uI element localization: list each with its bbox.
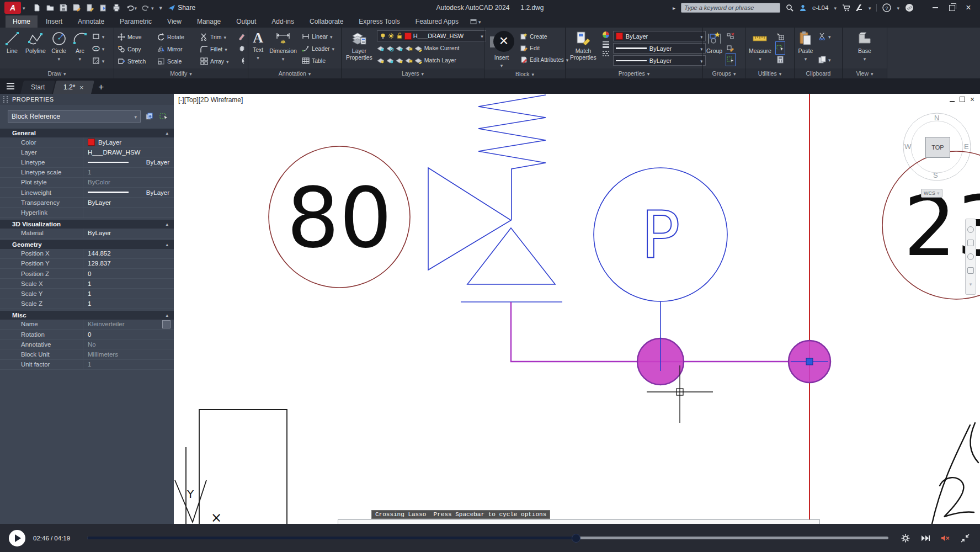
scale-button[interactable]: Scale xyxy=(157,56,200,67)
block-name-picker-icon[interactable] xyxy=(162,320,171,328)
prop-row-position-x[interactable]: Position X 144.852 xyxy=(0,249,174,259)
section-general[interactable]: General xyxy=(0,129,174,137)
mute-icon[interactable] xyxy=(939,532,951,544)
prop-row-rotation[interactable]: Rotation 0 xyxy=(0,330,174,339)
play-button[interactable] xyxy=(9,530,25,546)
viewcube-east[interactable]: E xyxy=(964,142,969,151)
plot-button[interactable] xyxy=(86,4,94,12)
match-layer-button[interactable]: Match Layer xyxy=(414,55,456,66)
prop-row-material[interactable]: Material ByLayer xyxy=(0,229,174,238)
close-tab-icon[interactable] xyxy=(80,83,84,92)
progress-handle[interactable] xyxy=(572,534,580,543)
file-tabs-menu-icon[interactable] xyxy=(3,79,21,93)
tab-collaborate[interactable]: Collaborate xyxy=(302,15,350,28)
help-icon[interactable] xyxy=(882,3,891,12)
rotate-button[interactable]: Rotate xyxy=(157,31,200,43)
panel-label-annotation[interactable]: Annotation xyxy=(248,68,341,78)
tab-express-tools[interactable]: Express Tools xyxy=(351,15,407,28)
hatch-button[interactable] xyxy=(92,55,105,66)
new-drawing-tab-button[interactable] xyxy=(94,81,108,94)
palette-grip-icon[interactable] xyxy=(3,96,8,103)
mirror-button[interactable]: Mirror xyxy=(157,44,200,55)
section-misc[interactable]: Misc xyxy=(0,311,174,320)
prop-row-scale-x[interactable]: Scale X 1 xyxy=(0,279,174,289)
save-as-button[interactable] xyxy=(73,4,81,12)
section-3d-visualization[interactable]: 3D Visualization xyxy=(0,220,174,229)
offset-button[interactable] xyxy=(238,55,246,66)
resize-player-icon[interactable] xyxy=(959,532,971,544)
id-point-button[interactable] xyxy=(776,43,784,54)
tab-output[interactable]: Output xyxy=(229,15,263,28)
panel-label-utilities[interactable]: Utilities xyxy=(745,68,794,78)
app-menu-button[interactable] xyxy=(4,2,21,14)
tab-insert[interactable]: Insert xyxy=(39,15,70,28)
tab-start[interactable]: Start xyxy=(20,81,55,94)
prop-row-annotative[interactable]: Annotative No xyxy=(0,339,174,349)
prop-row-hyperlink[interactable]: Hyperlink xyxy=(0,208,174,217)
print-button[interactable] xyxy=(113,4,120,12)
viewcube-top-face[interactable]: TOP xyxy=(925,137,950,158)
account-caret-icon[interactable] xyxy=(834,4,837,11)
edit-attributes-button[interactable]: Edit Attributes xyxy=(520,54,568,65)
tab-parametric[interactable]: Parametric xyxy=(113,15,159,28)
linear-dimension-button[interactable]: Linear xyxy=(302,31,334,42)
lineweight-combo[interactable]: ByLayer xyxy=(613,43,706,54)
text-button[interactable]: AText xyxy=(251,30,265,62)
minimize-window-button[interactable] xyxy=(927,0,944,15)
viewcube-north[interactable]: N xyxy=(934,114,939,122)
rectangle-button[interactable] xyxy=(92,31,105,42)
viewport-restore-icon[interactable] xyxy=(960,97,965,102)
base-view-button[interactable]: Base xyxy=(855,30,875,63)
tab-add-ins[interactable]: Add-ins xyxy=(264,15,301,28)
edit-block-button[interactable]: Edit xyxy=(520,43,568,54)
group-button[interactable]: Group xyxy=(704,30,725,55)
viewcube-south[interactable]: S xyxy=(933,171,938,179)
dimension-button[interactable]: Dimension xyxy=(267,30,299,63)
panel-label-block[interactable]: Block xyxy=(484,70,565,78)
measure-button[interactable]: Measure xyxy=(747,30,774,63)
command-line-edge[interactable] xyxy=(338,519,820,524)
qat-customize-caret-icon[interactable] xyxy=(159,4,163,11)
make-current-button[interactable]: Make Current xyxy=(414,43,460,54)
ribbon-display-toggle[interactable] xyxy=(470,15,481,28)
account-icon[interactable] xyxy=(799,4,807,12)
prop-row-color[interactable]: Color ByLayer xyxy=(0,137,174,147)
insert-block-button[interactable]: Insert xyxy=(487,30,516,70)
pan-icon[interactable] xyxy=(967,240,974,246)
share-button[interactable]: Share xyxy=(168,4,195,12)
handwritten-marks[interactable] xyxy=(932,423,978,524)
copy-button[interactable]: Copy xyxy=(118,44,157,55)
signed-in-user[interactable]: e-L04 xyxy=(812,4,828,11)
progress-bar[interactable] xyxy=(87,537,888,539)
group-selection-toggle[interactable] xyxy=(727,54,734,65)
tab-view[interactable]: View xyxy=(160,15,189,28)
tab-featured-apps[interactable]: Featured Apps xyxy=(408,15,466,28)
linetype-combo[interactable]: ByLayer xyxy=(613,55,706,66)
group-edit-button[interactable] xyxy=(727,43,734,54)
panel-label-layers[interactable]: Layers xyxy=(342,68,484,78)
restore-window-button[interactable] xyxy=(944,0,960,15)
viewcube-west[interactable]: W xyxy=(904,142,911,151)
object-type-selector[interactable]: Block Reference xyxy=(8,110,141,123)
layer-unlock-icon[interactable] xyxy=(405,56,413,64)
search-icon[interactable] xyxy=(786,4,793,12)
zoom-icon[interactable] xyxy=(967,253,974,260)
move-button[interactable]: Move xyxy=(118,31,157,43)
valve-symbol-entity[interactable] xyxy=(428,95,562,302)
wcs-selector[interactable]: WCS xyxy=(921,189,942,198)
layer-properties-button[interactable]: Layer Properties xyxy=(344,30,375,62)
save-button[interactable] xyxy=(60,4,67,12)
prop-row-unit-factor[interactable]: Unit factor 1 xyxy=(0,360,174,370)
table-button[interactable]: Table xyxy=(302,55,334,66)
layer-select-combo[interactable]: H___DRAW_HSW xyxy=(377,30,486,41)
ungroup-button[interactable] xyxy=(727,31,734,42)
pump-symbol-entity[interactable]: P xyxy=(594,168,727,301)
prop-row-block-unit[interactable]: Block Unit Millimeters xyxy=(0,349,174,359)
search-input[interactable] xyxy=(681,3,780,13)
prop-row-transparency[interactable]: Transparency ByLayer xyxy=(0,198,174,208)
prop-row-lineweight[interactable]: Lineweight ByLayer xyxy=(0,188,174,198)
section-geometry[interactable]: Geometry xyxy=(0,240,174,249)
autodesk-app-icon[interactable] xyxy=(855,4,863,12)
layer-unisolate-icon[interactable] xyxy=(377,56,385,64)
panel-label-draw[interactable]: Draw xyxy=(0,68,114,78)
